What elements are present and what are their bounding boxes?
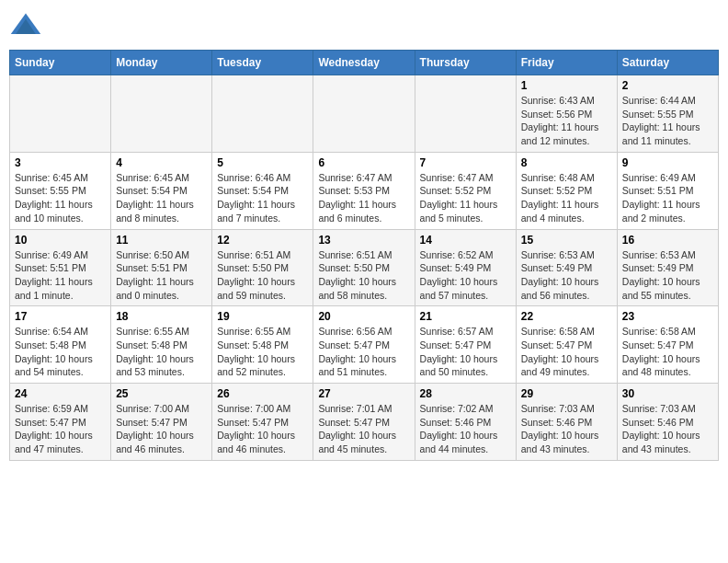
weekday-header: Monday <box>111 51 212 75</box>
day-number: 25 <box>116 387 207 400</box>
day-info: Sunrise: 6:49 AM Sunset: 5:51 PM Dayligh… <box>622 171 713 225</box>
calendar-cell: 12Sunrise: 6:51 AM Sunset: 5:50 PM Dayli… <box>212 229 313 306</box>
day-info: Sunrise: 6:58 AM Sunset: 5:47 PM Dayligh… <box>622 325 713 379</box>
calendar-cell: 13Sunrise: 6:51 AM Sunset: 5:50 PM Dayli… <box>313 229 415 306</box>
calendar-week-row: 10Sunrise: 6:49 AM Sunset: 5:51 PM Dayli… <box>10 229 719 306</box>
day-info: Sunrise: 6:43 AM Sunset: 5:56 PM Dayligh… <box>521 94 612 148</box>
day-number: 11 <box>116 234 207 247</box>
calendar-cell: 23Sunrise: 6:58 AM Sunset: 5:47 PM Dayli… <box>617 306 718 384</box>
calendar-cell: 6Sunrise: 6:47 AM Sunset: 5:53 PM Daylig… <box>313 152 415 229</box>
day-info: Sunrise: 6:51 AM Sunset: 5:50 PM Dayligh… <box>318 248 409 303</box>
day-info: Sunrise: 6:55 AM Sunset: 5:48 PM Dayligh… <box>116 325 207 379</box>
weekday-header: Sunday <box>10 51 111 75</box>
day-info: Sunrise: 7:00 AM Sunset: 5:47 PM Dayligh… <box>116 402 207 456</box>
weekday-header: Thursday <box>415 51 516 75</box>
day-number: 14 <box>420 234 511 247</box>
calendar-table: SundayMondayTuesdayWednesdayThursdayFrid… <box>9 50 719 461</box>
day-number: 28 <box>420 387 511 400</box>
calendar-cell: 30Sunrise: 7:03 AM Sunset: 5:46 PM Dayli… <box>617 384 718 461</box>
calendar-body: 1Sunrise: 6:43 AM Sunset: 5:56 PM Daylig… <box>10 75 719 461</box>
calendar-cell <box>212 75 313 153</box>
calendar-cell: 15Sunrise: 6:53 AM Sunset: 5:49 PM Dayli… <box>516 229 617 306</box>
day-info: Sunrise: 7:00 AM Sunset: 5:47 PM Dayligh… <box>217 402 308 456</box>
day-number: 29 <box>521 387 612 400</box>
day-number: 4 <box>116 156 207 169</box>
calendar-cell: 18Sunrise: 6:55 AM Sunset: 5:48 PM Dayli… <box>111 306 212 384</box>
calendar-cell <box>111 75 212 153</box>
day-number: 30 <box>622 387 713 400</box>
day-info: Sunrise: 6:56 AM Sunset: 5:47 PM Dayligh… <box>318 325 409 379</box>
calendar-cell: 19Sunrise: 6:55 AM Sunset: 5:48 PM Dayli… <box>212 306 313 384</box>
day-info: Sunrise: 6:53 AM Sunset: 5:49 PM Dayligh… <box>622 248 713 303</box>
day-number: 3 <box>15 156 106 169</box>
calendar-cell: 28Sunrise: 7:02 AM Sunset: 5:46 PM Dayli… <box>415 384 516 461</box>
day-number: 7 <box>420 156 511 169</box>
calendar-cell: 24Sunrise: 6:59 AM Sunset: 5:47 PM Dayli… <box>10 384 111 461</box>
day-info: Sunrise: 7:01 AM Sunset: 5:47 PM Dayligh… <box>318 402 409 456</box>
day-number: 13 <box>318 234 409 247</box>
day-info: Sunrise: 6:50 AM Sunset: 5:51 PM Dayligh… <box>116 248 207 303</box>
day-info: Sunrise: 6:47 AM Sunset: 5:52 PM Dayligh… <box>420 171 511 225</box>
calendar-cell: 9Sunrise: 6:49 AM Sunset: 5:51 PM Daylig… <box>617 152 718 229</box>
calendar-cell <box>10 75 111 153</box>
calendar-cell: 21Sunrise: 6:57 AM Sunset: 5:47 PM Dayli… <box>415 306 516 384</box>
day-info: Sunrise: 6:45 AM Sunset: 5:54 PM Dayligh… <box>116 171 207 225</box>
day-number: 24 <box>15 387 106 400</box>
day-number: 20 <box>318 310 409 323</box>
calendar-cell: 22Sunrise: 6:58 AM Sunset: 5:47 PM Dayli… <box>516 306 617 384</box>
calendar-header: SundayMondayTuesdayWednesdayThursdayFrid… <box>10 51 719 75</box>
day-number: 17 <box>15 310 106 323</box>
day-info: Sunrise: 6:55 AM Sunset: 5:48 PM Dayligh… <box>217 325 308 379</box>
calendar-cell: 5Sunrise: 6:46 AM Sunset: 5:54 PM Daylig… <box>212 152 313 229</box>
day-number: 15 <box>521 234 612 247</box>
calendar-cell: 20Sunrise: 6:56 AM Sunset: 5:47 PM Dayli… <box>313 306 415 384</box>
day-info: Sunrise: 6:52 AM Sunset: 5:49 PM Dayligh… <box>420 248 511 303</box>
day-number: 19 <box>217 310 308 323</box>
calendar-cell: 10Sunrise: 6:49 AM Sunset: 5:51 PM Dayli… <box>10 229 111 306</box>
day-number: 16 <box>622 234 713 247</box>
weekday-header: Wednesday <box>313 51 415 75</box>
day-number: 5 <box>217 156 308 169</box>
calendar-cell: 16Sunrise: 6:53 AM Sunset: 5:49 PM Dayli… <box>617 229 718 306</box>
calendar-week-row: 24Sunrise: 6:59 AM Sunset: 5:47 PM Dayli… <box>10 384 719 461</box>
day-info: Sunrise: 6:51 AM Sunset: 5:50 PM Dayligh… <box>217 248 308 303</box>
day-number: 10 <box>15 234 106 247</box>
day-number: 12 <box>217 234 308 247</box>
calendar-cell: 27Sunrise: 7:01 AM Sunset: 5:47 PM Dayli… <box>313 384 415 461</box>
weekday-header: Tuesday <box>212 51 313 75</box>
day-info: Sunrise: 7:03 AM Sunset: 5:46 PM Dayligh… <box>521 402 612 456</box>
day-number: 1 <box>521 79 612 92</box>
calendar-cell: 26Sunrise: 7:00 AM Sunset: 5:47 PM Dayli… <box>212 384 313 461</box>
day-info: Sunrise: 7:02 AM Sunset: 5:46 PM Dayligh… <box>420 402 511 456</box>
day-info: Sunrise: 6:54 AM Sunset: 5:48 PM Dayligh… <box>15 325 106 379</box>
day-number: 22 <box>521 310 612 323</box>
calendar-week-row: 1Sunrise: 6:43 AM Sunset: 5:56 PM Daylig… <box>10 75 719 153</box>
day-number: 26 <box>217 387 308 400</box>
calendar-cell: 17Sunrise: 6:54 AM Sunset: 5:48 PM Dayli… <box>10 306 111 384</box>
calendar-cell: 4Sunrise: 6:45 AM Sunset: 5:54 PM Daylig… <box>111 152 212 229</box>
day-number: 18 <box>116 310 207 323</box>
day-number: 23 <box>622 310 713 323</box>
day-info: Sunrise: 6:44 AM Sunset: 5:55 PM Dayligh… <box>622 94 713 148</box>
day-info: Sunrise: 6:49 AM Sunset: 5:51 PM Dayligh… <box>15 248 106 303</box>
logo-icon <box>9 9 42 42</box>
day-number: 6 <box>318 156 409 169</box>
calendar-cell: 1Sunrise: 6:43 AM Sunset: 5:56 PM Daylig… <box>516 75 617 153</box>
logo <box>9 9 46 42</box>
calendar-cell <box>313 75 415 153</box>
day-info: Sunrise: 6:58 AM Sunset: 5:47 PM Dayligh… <box>521 325 612 379</box>
weekday-header: Friday <box>516 51 617 75</box>
calendar-cell: 29Sunrise: 7:03 AM Sunset: 5:46 PM Dayli… <box>516 384 617 461</box>
calendar-week-row: 3Sunrise: 6:45 AM Sunset: 5:55 PM Daylig… <box>10 152 719 229</box>
day-info: Sunrise: 6:46 AM Sunset: 5:54 PM Dayligh… <box>217 171 308 225</box>
calendar-week-row: 17Sunrise: 6:54 AM Sunset: 5:48 PM Dayli… <box>10 306 719 384</box>
day-info: Sunrise: 6:48 AM Sunset: 5:52 PM Dayligh… <box>521 171 612 225</box>
calendar-cell <box>415 75 516 153</box>
day-info: Sunrise: 6:45 AM Sunset: 5:55 PM Dayligh… <box>15 171 106 225</box>
calendar-cell: 7Sunrise: 6:47 AM Sunset: 5:52 PM Daylig… <box>415 152 516 229</box>
page-header <box>9 9 719 42</box>
calendar-cell: 8Sunrise: 6:48 AM Sunset: 5:52 PM Daylig… <box>516 152 617 229</box>
calendar-cell: 11Sunrise: 6:50 AM Sunset: 5:51 PM Dayli… <box>111 229 212 306</box>
weekday-header: Saturday <box>617 51 718 75</box>
day-info: Sunrise: 7:03 AM Sunset: 5:46 PM Dayligh… <box>622 402 713 456</box>
